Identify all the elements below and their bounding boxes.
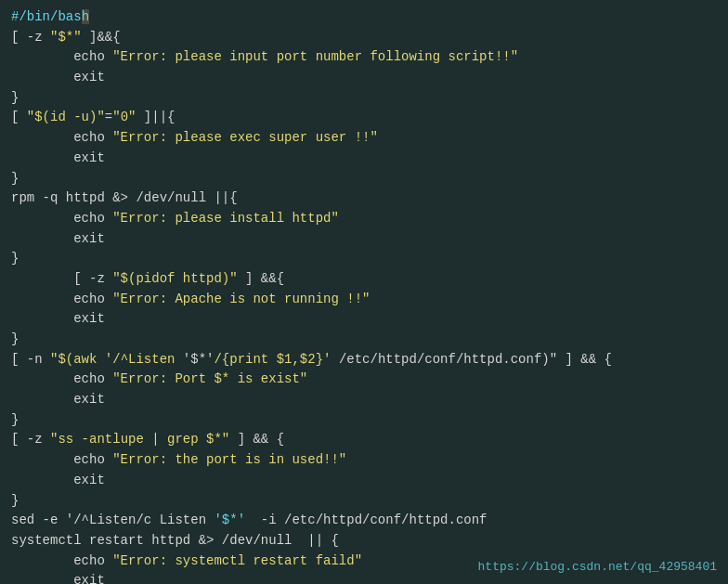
code-line: } [11, 169, 717, 189]
url-watermark: https://blog.csdn.net/qq_42958401 [478, 558, 717, 577]
code-line: echo "Error: Port $* is exist" [11, 370, 717, 390]
code-line: [ "$(id -u)"="0" ]||{ [11, 108, 717, 128]
code-line: exit [11, 68, 717, 88]
code-line: echo "Error: please exec super user !!" [11, 128, 717, 149]
code-line: exit [11, 229, 717, 250]
code-line: exit [11, 149, 717, 169]
code-line: [ -n "$(awk '/^Listen '$*'/{print $1,$2}… [11, 350, 717, 370]
code-line: sed -e '/^Listen/c Listen '$*' -i /etc/h… [11, 511, 717, 531]
code-line: } [11, 330, 717, 350]
code-line: echo "Error: the port is in used!!" [11, 450, 717, 471]
code-line: [ -z "$(pidof httpd)" ] &&{ [11, 269, 717, 290]
code-editor: #/bin/bash[ -z "$*" ]&&{ echo "Error: pl… [0, 0, 728, 584]
code-line: } [11, 491, 717, 512]
code-line: echo "Error: please install httpd" [11, 209, 717, 229]
code-line: rpm -q httpd &> /dev/null ||{ [11, 188, 717, 209]
code-line: exit [11, 309, 717, 330]
code-content: #/bin/bash[ -z "$*" ]&&{ echo "Error: pl… [11, 7, 717, 584]
code-line: exit [11, 390, 717, 410]
code-line: [ -z "ss -antlupe | grep $*" ] && { [11, 430, 717, 450]
code-line: } [11, 88, 717, 109]
code-line: echo "Error: please input port number fo… [11, 47, 717, 68]
code-line: #/bin/bash [11, 7, 717, 28]
code-line: [ -z "$*" ]&&{ [11, 28, 717, 48]
code-line: } [11, 249, 717, 269]
code-line: } [11, 410, 717, 431]
code-line: exit [11, 471, 717, 491]
code-line: echo "Error: Apache is not running !!" [11, 290, 717, 310]
code-line: systemctl restart httpd &> /dev/null || … [11, 531, 717, 552]
